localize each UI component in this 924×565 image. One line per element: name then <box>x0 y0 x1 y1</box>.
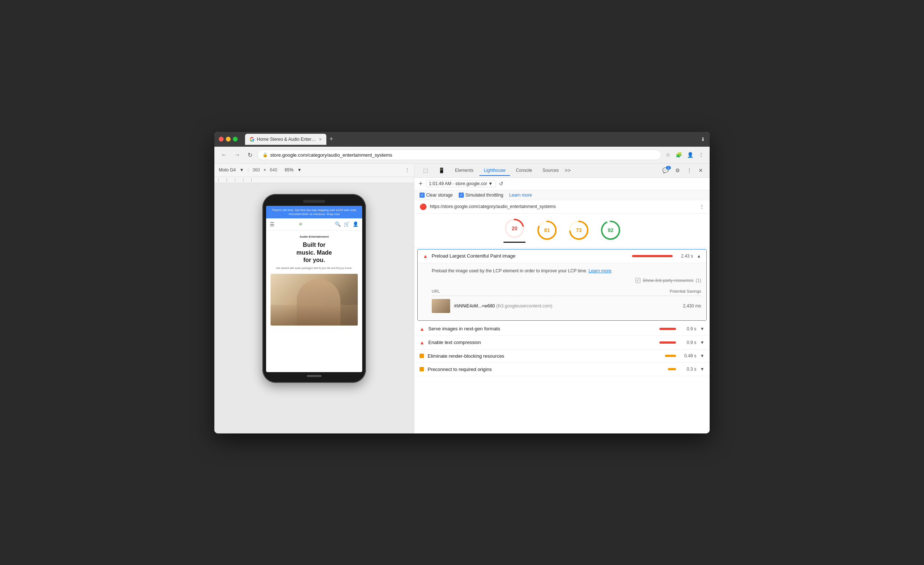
reload-button[interactable]: ↻ <box>245 150 255 160</box>
lighthouse-options: Clear storage Simulated throttling Learn… <box>414 190 710 200</box>
phone-container: There's still time. Get free two-day shi… <box>262 183 366 433</box>
session-reload-button[interactable]: ↺ <box>499 181 503 187</box>
window-controls: ⬇ <box>701 136 705 142</box>
tab-lighthouse[interactable]: Lighthouse <box>479 166 510 176</box>
address-input[interactable]: 🔒 store.google.com/category/audio_entert… <box>258 150 661 160</box>
phone-hero-image <box>270 274 358 325</box>
devtools-tab-bar: ⬚ 📱 Elements Lighthouse Console Sources … <box>414 164 710 178</box>
show-3rd-checkbox[interactable] <box>635 278 640 283</box>
cart-icon: 🛒 <box>344 221 350 227</box>
audit-savings-value: 2,430 ms <box>657 303 701 309</box>
show-3rd-label: Show 3rd-party resources <box>643 278 693 283</box>
tab-device-toggle[interactable]: 📱 <box>434 165 449 176</box>
clear-storage-checkbox[interactable] <box>420 193 424 198</box>
audit-time-preload-lcp: 2.43 s <box>676 253 693 259</box>
audit-item-render-blocking-header[interactable]: Eliminate render-blocking resources 0.49… <box>414 349 710 363</box>
audit-table-preload: URL Potential Savings /rbNNiE4oM...=w680… <box>432 288 701 316</box>
traffic-lights <box>219 137 238 141</box>
phone-banner-text: There's still time. Get free two-day shi… <box>272 208 356 216</box>
audit-item-next-gen-header[interactable]: ▲ Serve images in next-gen formats 0.9 s… <box>414 322 710 336</box>
tab-close-icon[interactable]: × <box>319 136 322 142</box>
tab-console[interactable]: Console <box>512 166 537 176</box>
device-name: Moto G4 <box>219 167 236 172</box>
audit-bar-preload <box>632 255 673 257</box>
messages-badge-button[interactable]: 💬 2 <box>660 166 671 175</box>
tab-inspector[interactable]: ⬚ <box>419 165 432 176</box>
add-session-button[interactable]: + <box>419 180 423 188</box>
account-icon: 👤 <box>352 221 358 227</box>
audit-item-next-gen: ▲ Serve images in next-gen formats 0.9 s… <box>414 322 710 336</box>
throttling-option[interactable]: Simulated throttling <box>459 193 503 198</box>
device-height: 640 <box>270 167 277 172</box>
phone-body: There's still time. Get free two-day shi… <box>262 194 366 383</box>
settings-button[interactable]: ⚙ <box>673 166 682 175</box>
phone-frame: There's still time. Get free two-day shi… <box>262 194 366 433</box>
audit-bar-3 <box>659 342 676 344</box>
score-performance-underline <box>503 242 526 243</box>
ruler-horizontal: | | | | | <box>214 177 414 183</box>
device-toolbar-more[interactable]: ⋮ <box>405 167 410 172</box>
audit-table-row-0: /rbNNiE4oM...=w680 (lh3.googleuserconten… <box>432 296 701 316</box>
title-bar: Home Stereo & Audio Entertain... × + ⬇ <box>214 132 710 147</box>
tab-elements[interactable]: Elements <box>450 166 478 176</box>
extension-button[interactable]: 🧩 <box>674 150 683 159</box>
main-area: Moto G4 ▼ | 360 × 640 65% ▼ ⋮ | | | | | <box>214 164 710 433</box>
audit-bar-compression <box>659 342 676 344</box>
phone-headline-3: for you. <box>303 257 325 263</box>
audit-item-preload-lcp-header[interactable]: ▲ Preload Largest Contentful Paint image… <box>418 249 706 263</box>
tab-sources[interactable]: Sources <box>538 166 563 176</box>
back-button[interactable]: ← <box>219 150 229 160</box>
clear-storage-label: Clear storage <box>426 193 453 198</box>
score-circle-seo: 92 <box>600 220 621 241</box>
device-toolbar: Moto G4 ▼ | 360 × 640 65% ▼ ⋮ <box>214 164 414 177</box>
chrome-menu-button[interactable]: ⋮ <box>697 150 705 159</box>
audit-label-text-compression: Enable text compression <box>428 340 656 345</box>
audit-image-thumb <box>432 299 450 313</box>
lh-url-text: https://store.google.com/category/audio_… <box>430 204 696 209</box>
audit-item-preconnect-header[interactable]: Preconnect to required origins 0.3 s ▼ <box>414 363 710 376</box>
svg-text:73: 73 <box>576 227 582 233</box>
zoom-dropdown-icon[interactable]: ▼ <box>297 167 302 172</box>
audit-orange-icon <box>420 354 424 358</box>
close-button[interactable] <box>219 137 224 141</box>
lh-url-more-button[interactable]: ⋮ <box>699 204 705 210</box>
devtools-close-button[interactable]: ✕ <box>696 166 705 175</box>
show-3rd-count: (1) <box>696 278 701 283</box>
audit-label-render-blocking: Eliminate render-blocking resources <box>428 353 661 359</box>
fullscreen-button[interactable] <box>233 137 238 141</box>
phone-home-button <box>307 375 321 377</box>
throttling-learn-more[interactable]: Learn more <box>509 193 532 198</box>
session-time: 1:01:49 AM - store.google.cor <box>429 181 487 186</box>
audit-chevron-3: ▼ <box>700 340 705 345</box>
bookmark-button[interactable]: ☆ <box>664 150 672 159</box>
browser-preview: Moto G4 ▼ | 360 × 640 65% ▼ ⋮ | | | | | <box>214 164 414 433</box>
devtools-more-button[interactable]: ⋮ <box>684 166 694 175</box>
active-tab[interactable]: Home Stereo & Audio Entertain... × <box>245 134 326 145</box>
dropdown-icon[interactable]: ▼ <box>240 167 244 172</box>
address-text: store.google.com/category/audio_entertai… <box>270 152 392 158</box>
profile-button[interactable]: 👤 <box>686 150 695 159</box>
phone-headline-2: music. Made <box>296 249 332 256</box>
minimize-button[interactable] <box>226 137 231 141</box>
new-tab-button[interactable]: + <box>326 135 336 143</box>
lh-url-bar: 🔴 https://store.google.com/category/audi… <box>414 200 710 214</box>
session-time-select[interactable]: 1:01:49 AM - store.google.cor ▼ <box>426 180 496 187</box>
audit-item-render-blocking: Eliminate render-blocking resources 0.49… <box>414 349 710 363</box>
audit-item-preload-lcp: ▲ Preload Largest Contentful Paint image… <box>417 249 706 321</box>
device-zoom: 65% <box>285 167 294 172</box>
audit-learn-more-link[interactable]: Learn more <box>588 268 611 273</box>
lock-icon: 🔒 <box>262 152 268 157</box>
address-actions: ☆ 🧩 👤 ⋮ <box>664 150 705 159</box>
tab-more-button[interactable]: >> <box>565 167 571 173</box>
phone-nav-icons: 🔍 🛒 👤 <box>335 221 358 227</box>
browser-window: Home Stereo & Audio Entertain... × + ⬇ ←… <box>214 132 710 433</box>
score-best-practices: 73 <box>568 220 589 241</box>
audit-url-domain: (lh3.googleusercontent.com) <box>496 303 552 309</box>
throttling-checkbox[interactable] <box>459 193 464 198</box>
tab-bar: Home Stereo & Audio Entertain... × + <box>245 134 698 145</box>
address-bar: ← → ↻ 🔒 store.google.com/category/audio_… <box>214 147 710 164</box>
score-seo: 92 <box>600 220 621 241</box>
clear-storage-option[interactable]: Clear storage <box>420 193 453 198</box>
audit-item-text-compression-header[interactable]: ▲ Enable text compression 0.9 s ▼ <box>414 336 710 349</box>
forward-button[interactable]: → <box>232 150 243 160</box>
